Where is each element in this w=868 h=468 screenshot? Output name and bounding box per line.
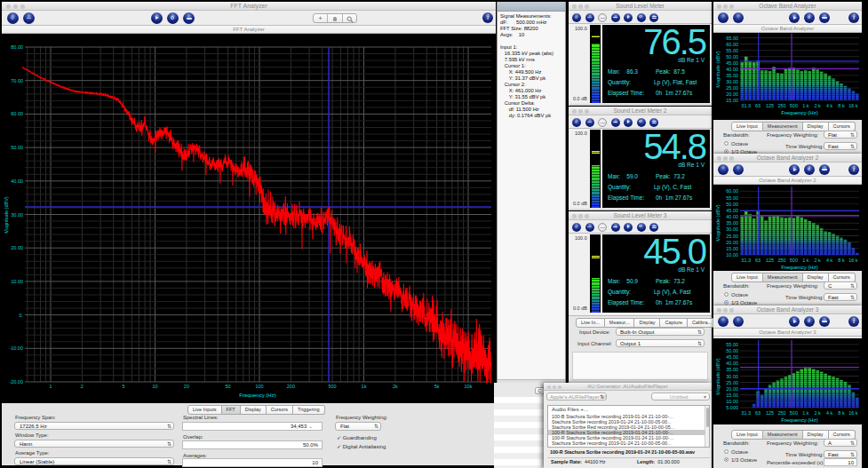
svg-text:Frequency (Hz): Frequency (Hz) bbox=[239, 393, 275, 398]
svg-text:50: 50 bbox=[226, 384, 231, 389]
svg-text:1 k: 1 k bbox=[802, 258, 809, 263]
svg-text:Magnitude (dBV): Magnitude (dBV) bbox=[715, 51, 721, 87]
svg-text:5.000: 5.000 bbox=[726, 405, 738, 410]
svg-text:10.00: 10.00 bbox=[726, 399, 738, 404]
svg-text:55.00: 55.00 bbox=[726, 342, 738, 347]
svg-text:15.00: 15.00 bbox=[726, 246, 738, 251]
svg-text:50.00: 50.00 bbox=[726, 202, 738, 207]
svg-text:31.3: 31.3 bbox=[741, 410, 751, 416]
svg-text:1 k: 1 k bbox=[802, 410, 809, 416]
svg-text:25.00: 25.00 bbox=[726, 85, 738, 91]
svg-text:1: 1 bbox=[49, 384, 52, 389]
svg-text:200: 200 bbox=[287, 384, 295, 389]
svg-text:Frequency (Hz): Frequency (Hz) bbox=[781, 110, 817, 115]
svg-text:250: 250 bbox=[777, 103, 785, 108]
svg-text:10: 10 bbox=[152, 384, 157, 389]
svg-text:20.00: 20.00 bbox=[726, 91, 738, 97]
svg-text:60.00: 60.00 bbox=[726, 188, 738, 194]
svg-text:30.00: 30.00 bbox=[726, 79, 738, 84]
svg-text:2k: 2k bbox=[393, 384, 398, 389]
svg-text:50.00: 50.00 bbox=[726, 348, 738, 353]
svg-text:500: 500 bbox=[790, 410, 798, 416]
svg-text:10k: 10k bbox=[465, 384, 473, 389]
svg-text:20: 20 bbox=[184, 384, 189, 389]
svg-text:31.3: 31.3 bbox=[741, 258, 751, 263]
svg-text:4 k: 4 k bbox=[826, 103, 833, 108]
svg-text:50.00: 50.00 bbox=[726, 54, 738, 59]
svg-text:20.00: 20.00 bbox=[726, 386, 738, 392]
svg-text:35.00: 35.00 bbox=[726, 73, 738, 78]
svg-text:35.00: 35.00 bbox=[726, 220, 738, 226]
svg-text:30.00: 30.00 bbox=[726, 226, 738, 232]
svg-text:250: 250 bbox=[777, 258, 785, 263]
svg-text:500: 500 bbox=[790, 103, 798, 108]
svg-text:25.00: 25.00 bbox=[726, 380, 738, 385]
svg-text:50.00: 50.00 bbox=[11, 145, 23, 150]
svg-text:45.00: 45.00 bbox=[726, 354, 738, 360]
svg-text:10.00: 10.00 bbox=[11, 279, 23, 284]
svg-text:-20.00: -20.00 bbox=[9, 379, 23, 385]
svg-text:Frequency (Hz): Frequency (Hz) bbox=[781, 265, 817, 270]
svg-text:4 k: 4 k bbox=[826, 258, 833, 263]
svg-text:125: 125 bbox=[766, 258, 774, 263]
svg-text:15.00: 15.00 bbox=[726, 98, 738, 103]
svg-text:63: 63 bbox=[755, 258, 760, 263]
svg-text:250: 250 bbox=[777, 410, 785, 416]
svg-text:15.00: 15.00 bbox=[726, 393, 738, 398]
svg-text:2 k: 2 k bbox=[815, 103, 822, 108]
svg-text:Magnitude (dBV): Magnitude (dBV) bbox=[4, 196, 9, 233]
svg-text:45.00: 45.00 bbox=[726, 60, 738, 66]
svg-text:40.00: 40.00 bbox=[726, 67, 738, 72]
svg-text:10.00: 10.00 bbox=[726, 252, 738, 258]
svg-text:1k: 1k bbox=[362, 384, 367, 389]
svg-text:5: 5 bbox=[123, 384, 125, 389]
svg-text:4 k: 4 k bbox=[826, 410, 833, 416]
svg-text:20.00: 20.00 bbox=[11, 245, 23, 250]
svg-text:0.: 0. bbox=[19, 313, 23, 318]
svg-text:8 k: 8 k bbox=[838, 258, 845, 263]
svg-text:60.00: 60.00 bbox=[726, 42, 738, 47]
svg-text:63: 63 bbox=[755, 103, 760, 108]
svg-text:45.00: 45.00 bbox=[726, 208, 738, 213]
svg-text:65.00: 65.00 bbox=[726, 36, 738, 41]
svg-text:25.00: 25.00 bbox=[726, 234, 738, 239]
svg-text:1 k: 1 k bbox=[802, 103, 809, 108]
svg-text:40.00: 40.00 bbox=[726, 361, 738, 366]
svg-text:500: 500 bbox=[790, 258, 798, 263]
svg-text:500: 500 bbox=[329, 384, 337, 389]
svg-text:40.00: 40.00 bbox=[11, 178, 23, 184]
svg-text:60.00: 60.00 bbox=[11, 111, 23, 116]
svg-text:125: 125 bbox=[766, 410, 774, 416]
svg-text:2 k: 2 k bbox=[815, 410, 822, 416]
svg-text:16 k: 16 k bbox=[848, 258, 858, 263]
svg-text:2 k: 2 k bbox=[815, 258, 822, 263]
svg-text:16 k: 16 k bbox=[848, 410, 858, 416]
svg-text:Magnitude (dBV): Magnitude (dBV) bbox=[715, 204, 721, 241]
svg-text:35.00: 35.00 bbox=[726, 367, 738, 372]
svg-text:-10.00: -10.00 bbox=[9, 345, 23, 351]
svg-text:8 k: 8 k bbox=[838, 410, 845, 416]
svg-text:40.00: 40.00 bbox=[726, 214, 738, 219]
svg-text:2: 2 bbox=[81, 384, 84, 389]
svg-text:63: 63 bbox=[755, 410, 760, 416]
svg-text:Frequency (Hz): Frequency (Hz) bbox=[781, 417, 817, 423]
svg-text:30.00: 30.00 bbox=[726, 374, 738, 379]
svg-text:55.00: 55.00 bbox=[726, 48, 738, 53]
svg-text:Magnitude (dBV): Magnitude (dBV) bbox=[715, 358, 721, 394]
svg-text:8 k: 8 k bbox=[838, 103, 845, 108]
svg-text:30.00: 30.00 bbox=[11, 212, 23, 218]
svg-text:100: 100 bbox=[255, 384, 263, 389]
svg-text:70.00: 70.00 bbox=[11, 78, 23, 83]
svg-text:20.00: 20.00 bbox=[726, 240, 738, 245]
svg-text:125: 125 bbox=[766, 103, 774, 108]
svg-text:16 k: 16 k bbox=[848, 103, 858, 108]
svg-text:5k: 5k bbox=[434, 384, 440, 389]
svg-text:80.00: 80.00 bbox=[11, 44, 23, 50]
svg-text:31.3: 31.3 bbox=[741, 103, 751, 108]
svg-text:55.00: 55.00 bbox=[726, 195, 738, 201]
